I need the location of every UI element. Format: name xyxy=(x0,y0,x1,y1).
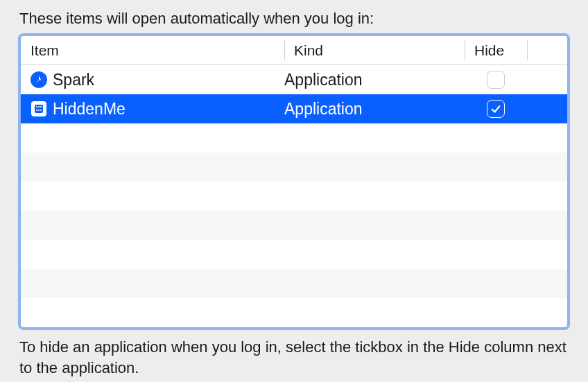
table-row-empty xyxy=(21,211,567,240)
hiddenme-icon xyxy=(31,101,47,117)
table-row[interactable]: Spark Application xyxy=(21,65,567,94)
footer-hint: To hide an application when you log in, … xyxy=(18,330,570,378)
column-header-hide[interactable]: Hide xyxy=(465,36,527,64)
hide-checkbox[interactable] xyxy=(487,100,505,118)
column-header-tail xyxy=(527,36,567,64)
item-name: Spark xyxy=(53,71,94,89)
hide-checkbox[interactable] xyxy=(487,71,505,89)
column-header-item[interactable]: Item xyxy=(21,36,284,64)
item-name: HiddenMe xyxy=(53,100,126,119)
table-row[interactable]: HiddenMe Application xyxy=(21,94,567,123)
item-kind: Application xyxy=(284,100,465,119)
table-row-empty xyxy=(21,240,567,269)
table-row-empty xyxy=(21,269,567,298)
item-kind: Application xyxy=(284,71,465,89)
table-body: Spark Application HiddenMe Application xyxy=(21,65,567,327)
spark-icon xyxy=(31,71,47,88)
table-row-empty xyxy=(21,153,567,182)
table-row-empty xyxy=(21,298,567,327)
table-row-empty xyxy=(21,182,567,211)
intro-label: These items will open automatically when… xyxy=(18,0,570,33)
table-row-empty xyxy=(21,123,567,153)
table-header: Item Kind Hide xyxy=(21,36,567,65)
column-header-kind[interactable]: Kind xyxy=(284,36,465,64)
login-items-table: Item Kind Hide Spark Application HiddenM… xyxy=(18,33,570,330)
